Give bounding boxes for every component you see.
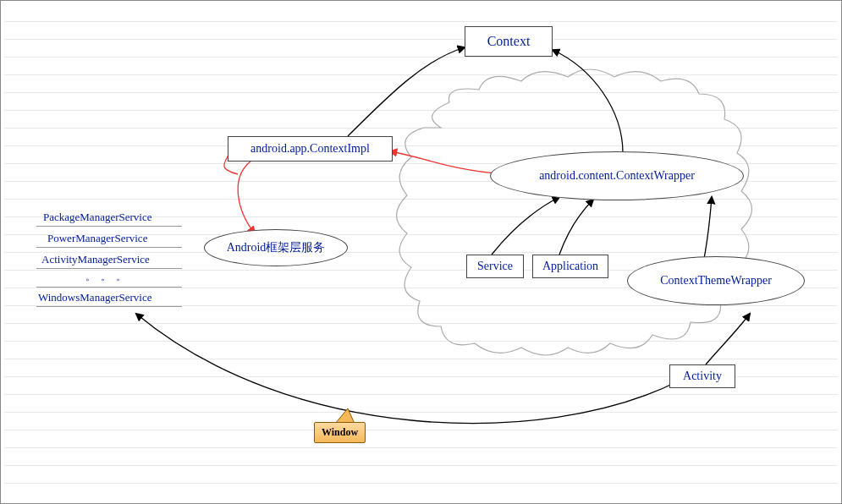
service-item: PowerManagerService (47, 232, 147, 245)
service-underline (36, 268, 182, 269)
ruled-background (4, 4, 838, 500)
node-application: Application (532, 255, 608, 278)
node-activity: Activity (669, 364, 735, 388)
service-underline (36, 306, 182, 307)
service-item: WindowsManagerService (38, 291, 152, 304)
service-item: ActivityManagerService (41, 253, 150, 266)
service-underline (36, 247, 182, 248)
service-item: PackageManagerService (43, 211, 152, 224)
service-ellipsis: 。。。 (85, 270, 131, 284)
node-context: Context (465, 26, 553, 57)
node-themewrapper: ContextThemeWrapper (627, 256, 805, 305)
service-underline (36, 226, 182, 227)
node-service: Service (466, 255, 524, 278)
diagram-canvas: Context android.app.ContextImpl Android框… (0, 0, 842, 504)
node-contextimpl: android.app.ContextImpl (228, 136, 393, 162)
node-framework-services: Android框架层服务 (204, 229, 348, 266)
service-underline (36, 287, 182, 288)
note-window: Window (314, 422, 366, 443)
node-contextwrapper: android.content.ContextWrapper (490, 151, 744, 200)
